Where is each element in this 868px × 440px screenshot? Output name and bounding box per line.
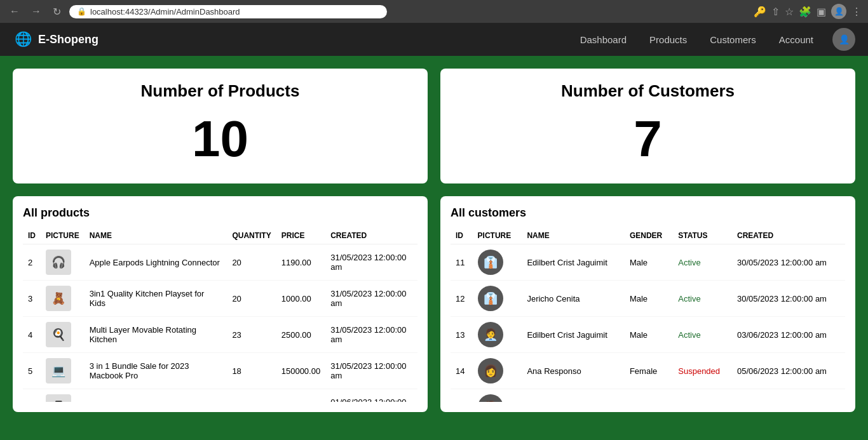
main-content: Number of Products 10 Number of Customer… <box>0 56 868 425</box>
address-bar[interactable]: 🔒 localhost:44323/Admin/AdminDashboard <box>69 5 387 18</box>
table-row: 3 🧸 3in1 Quality Kitchen Playset for Kid… <box>23 281 417 317</box>
extensions-icon[interactable]: 🧩 <box>799 6 811 18</box>
product-name: 3 in 1 Bundle Sale for 2023 Macbook Pro <box>85 353 227 389</box>
browser-bar: ← → ↻ 🔒 localhost:44323/Admin/AdminDashb… <box>0 0 868 23</box>
customer-created: 05/06/2023 12:00:00 am <box>732 353 845 389</box>
nav-customers[interactable]: Customers <box>700 29 766 50</box>
star-icon[interactable]: ☆ <box>785 6 794 18</box>
customer-created: 30/05/2023 12:00:00 am <box>732 244 845 281</box>
customer-created: 03/06/2023 12:00:00 am <box>732 317 845 353</box>
product-thumb: 🎧 <box>46 250 71 275</box>
product-created: 31/05/2023 12:00:00 am <box>325 244 417 281</box>
stats-row: Number of Products 10 Number of Customer… <box>13 69 855 183</box>
product-name: Samsung Galaxy S20 Ultra 5G <box>85 389 227 403</box>
customer-thumb: 👩 <box>478 358 503 383</box>
customer-id: 12 <box>451 281 473 317</box>
table-row: 15 🧑 Alexander Hakdog Male Suspended 06/… <box>451 389 845 403</box>
customer-created: 30/05/2023 12:00:00 am <box>732 281 845 317</box>
col-id: ID <box>23 227 41 244</box>
products-table-card: All products ID PICTURE NAME QUANTITY PR… <box>13 196 428 412</box>
back-button[interactable]: ← <box>6 4 23 18</box>
product-quantity: 23 <box>227 317 276 353</box>
customer-picture: 👩 <box>473 353 522 389</box>
table-row: 5 💻 3 in 1 Bundle Sale for 2023 Macbook … <box>23 353 417 389</box>
customers-table-card: All customers ID PICTURE NAME GENDER STA… <box>440 196 855 412</box>
customer-id: 13 <box>451 317 473 353</box>
customer-gender: Female <box>625 353 673 389</box>
forward-button[interactable]: → <box>28 4 44 18</box>
product-price: 66990.00 <box>276 389 325 403</box>
customer-id: 14 <box>451 353 473 389</box>
customer-id: 15 <box>451 389 473 403</box>
customer-picture: 🧑 <box>473 389 522 403</box>
products-table-title: All products <box>23 206 417 220</box>
customer-picture: 👔 <box>473 244 522 281</box>
product-quantity: 20 <box>227 244 276 281</box>
customer-status: Active <box>673 317 732 353</box>
customer-name: Jericho Cenita <box>522 281 625 317</box>
table-row: 11 👔 Edilbert Crist Jaguimit Male Active… <box>451 244 845 281</box>
product-price: 1190.00 <box>276 244 325 281</box>
table-row: 13 🧑‍💼 Edilbert Crist Jaguimit Male Acti… <box>451 317 845 353</box>
customers-table-container[interactable]: ID PICTURE NAME GENDER STATUS CREATED 11… <box>451 227 845 402</box>
product-id: 5 <box>23 353 41 389</box>
browser-profile-avatar[interactable]: 👤 <box>831 4 846 19</box>
nav-links: Dashboard Products Customers Account 👤 <box>570 28 855 51</box>
cust-col-status: STATUS <box>673 227 732 244</box>
col-price: PRICE <box>276 227 325 244</box>
product-id: 3 <box>23 281 41 317</box>
customer-gender: Male <box>625 389 673 403</box>
customer-id: 11 <box>451 244 473 281</box>
product-quantity: 15 <box>227 389 276 403</box>
product-thumb: 💻 <box>46 358 71 383</box>
product-picture: 💻 <box>41 353 85 389</box>
product-thumb: 🍳 <box>46 322 71 347</box>
product-picture: 🎧 <box>41 244 85 281</box>
table-row: 2 🎧 Apple Earpods Lightning Connector 20… <box>23 244 417 281</box>
product-picture: 🍳 <box>41 317 85 353</box>
table-row: 4 🍳 Multi Layer Movable Rotating Kitchen… <box>23 317 417 353</box>
customer-status: Suspended <box>673 389 732 403</box>
cust-col-picture: PICTURE <box>473 227 522 244</box>
customer-gender: Male <box>625 244 673 281</box>
products-stat-title: Number of Products <box>32 81 409 101</box>
nav-dashboard[interactable]: Dashboard <box>570 29 637 50</box>
col-quantity: QUANTITY <box>227 227 276 244</box>
customer-picture: 🧑‍💼 <box>473 317 522 353</box>
table-row: 6 📱 Samsung Galaxy S20 Ultra 5G 15 66990… <box>23 389 417 403</box>
product-name: Apple Earpods Lightning Connector <box>85 244 227 281</box>
menu-icon[interactable]: ⋮ <box>851 6 862 18</box>
reload-button[interactable]: ↻ <box>50 4 64 19</box>
customers-stat-value: 7 <box>459 114 836 164</box>
product-name: Multi Layer Movable Rotating Kitchen <box>85 317 227 353</box>
customer-created: 06/06/2023 12:00:00 am <box>732 389 845 403</box>
product-id: 4 <box>23 317 41 353</box>
products-table-container[interactable]: ID PICTURE NAME QUANTITY PRICE CREATED 2… <box>23 227 417 402</box>
user-avatar[interactable]: 👤 <box>832 28 855 51</box>
product-created: 01/06/2023 12:00:00 am <box>325 389 417 403</box>
share-icon[interactable]: ⇧ <box>771 6 780 18</box>
customers-table: ID PICTURE NAME GENDER STATUS CREATED 11… <box>451 227 845 402</box>
customer-thumb: 👔 <box>478 286 503 311</box>
product-quantity: 18 <box>227 353 276 389</box>
table-row: 14 👩 Ana Responso Female Suspended 05/06… <box>451 353 845 389</box>
nav-account[interactable]: Account <box>769 29 824 50</box>
customer-picture: 👔 <box>473 281 522 317</box>
key-icon[interactable]: 🔑 <box>754 6 766 18</box>
products-stat-card: Number of Products 10 <box>13 69 428 183</box>
brand-logo[interactable]: 🌐 E-Shopeng <box>13 29 98 50</box>
brand-icon: 🌐 <box>13 29 33 50</box>
cust-col-id: ID <box>451 227 473 244</box>
customer-gender: Male <box>625 281 673 317</box>
product-thumb: 🧸 <box>46 286 71 311</box>
lock-icon: 🔒 <box>77 7 86 16</box>
product-price: 150000.00 <box>276 353 325 389</box>
nav-products[interactable]: Products <box>639 29 697 50</box>
products-stat-value: 10 <box>32 114 409 164</box>
product-created: 31/05/2023 12:00:00 am <box>325 317 417 353</box>
customer-gender: Male <box>625 317 673 353</box>
customer-name: Edilbert Crist Jaguimit <box>522 244 625 281</box>
product-picture: 🧸 <box>41 281 85 317</box>
desktop-icon[interactable]: ▣ <box>817 6 826 18</box>
customer-thumb: 🧑 <box>478 394 503 402</box>
